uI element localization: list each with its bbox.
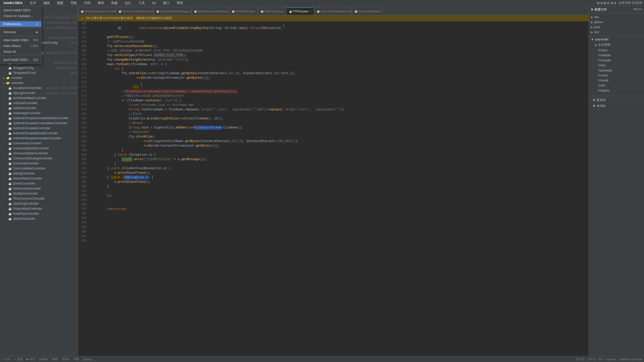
ln-206: 206	[78, 230, 89, 234]
bottom-git[interactable]: ⎇ Git	[2, 357, 10, 361]
right-item-compile[interactable]: ↻ compile	[589, 58, 644, 63]
bottom-spring[interactable]: Spring	[83, 358, 91, 361]
tree-item-delivermain[interactable]: ☕ DeliverMainController	[0, 176, 78, 181]
tree-item-device[interactable]: ☕ DeviceController	[0, 181, 78, 186]
menu-window[interactable]: 窗口	[162, 0, 171, 6]
menu-about[interactable]: About IntelliJ IDEA	[0, 7, 41, 13]
tree-item-community[interactable]: ☕ CommunityController	[0, 141, 78, 146]
tree-item-controller[interactable]: ▼ 📂 controller	[0, 80, 78, 85]
tree-item-community-strategy[interactable]: ☕ CommunityStrategyController	[0, 156, 78, 161]
menu-file[interactable]: 文件	[28, 0, 38, 6]
menu-app[interactable]: IntelliJ IDEA	[2, 0, 24, 6]
right-item-test[interactable]: ↻ test	[589, 63, 644, 68]
tree-item-archmodel[interactable]: ☕ ArchModelMapController	[0, 96, 78, 101]
menu-view[interactable]: 视图	[55, 0, 65, 6]
tree-item-dictmain[interactable]: ☕ DictMainController	[0, 191, 78, 196]
tab-multitputil[interactable]: ☕ MultiTpUtil.java	[258, 7, 286, 15]
menu-build[interactable]: 构建	[110, 0, 119, 6]
right-item-test[interactable]: ▶ test	[589, 30, 644, 35]
right-item-profiles[interactable]: ▶ 配置档	[591, 97, 642, 103]
menu-show-all[interactable]: Show All	[0, 49, 41, 55]
right-item-prod[interactable]: ▶ prod	[589, 25, 644, 30]
tree-item-swagger[interactable]: ☕ SwaggerConfig 2022/11/18, 11:54	[0, 65, 78, 70]
menu-quit[interactable]: Quit IntelliJ IDEA ⌘Q	[0, 57, 41, 63]
tree-item-acceptance[interactable]: ☕ AcceptanceController 2022/11/22, 11:52…	[0, 85, 78, 90]
right-item-dev[interactable]: ▶ dev	[589, 15, 644, 20]
bottom-build[interactable]: 构建	[52, 357, 58, 361]
menu-git[interactable]: Git	[150, 0, 158, 6]
tree-item-connlinkmain[interactable]: ☕ ConnLinkMainController	[0, 166, 78, 171]
right-item-install[interactable]: ↻ install	[589, 78, 644, 83]
tab-devicegenerateserviceimpl[interactable]: ☕ DeviceGenerateServiceImpl.java	[116, 7, 153, 15]
tree-meta-1: 2022/11/16, 16:30, 703 B	[49, 36, 77, 39]
menu-hide-idea[interactable]: Hide IntelliJ IDEA ⌘H	[0, 37, 41, 43]
tree-item-devicelink[interactable]: ☕ DeviceLinkController	[0, 186, 78, 191]
bottom-commit[interactable]: ✓ 提交	[14, 357, 23, 361]
bottom-profiler[interactable]: Profiler	[39, 358, 48, 361]
tree-item-projectmain[interactable]: ☕ ProjectMainController	[0, 206, 78, 211]
menu-preferences[interactable]: Preferences... ✕	[0, 21, 41, 27]
tree-item-community-main[interactable]: ☕ CommunityMainController	[0, 151, 78, 156]
bottom-problems[interactable]: 问题	[73, 357, 79, 361]
tree-item-auth-detail[interactable]: ☕ AuthorityTemplateDetailController	[0, 131, 78, 136]
tree-item-asmanage[interactable]: ☕ AsManageController	[0, 111, 78, 116]
menu-navigate[interactable]: 导航	[69, 0, 78, 6]
tree-item-rackplan[interactable]: ☕ RackPlanController	[0, 211, 78, 216]
tree-item-asdetail[interactable]: ☕ AsDetailController	[0, 101, 78, 106]
tab-close-ftputil[interactable]: ✕	[309, 10, 311, 13]
right-item-clean[interactable]: ↻ clean	[589, 48, 644, 53]
right-item-githow[interactable]: ▶ githow	[589, 20, 644, 25]
right-label-compile: compile	[600, 59, 611, 62]
tree-item-auth-var[interactable]: ☕ AuthorityTemplateVariableController	[0, 136, 78, 141]
right-item-deploy[interactable]: ↻ deploy	[589, 88, 644, 93]
menu-check-updates[interactable]: Check for Updates...	[0, 13, 41, 19]
bottom-todo[interactable]: TODO	[62, 358, 70, 361]
tab-inputdata[interactable]: ☕ InputDataForIpManage.java	[153, 7, 191, 15]
tree-item-asmain[interactable]: ☕ AsMainController	[0, 106, 78, 111]
tree-item-auth-content-main[interactable]: ☕ AuthorityTemplateContentMainController	[0, 121, 78, 126]
tree-item-auth-ctrl[interactable]: ☕ AuthorityTemplateController	[0, 126, 78, 131]
right-item-site[interactable]: ↻ site	[589, 83, 644, 88]
tree-item-apilog[interactable]: ☕ ApiLogController 2022/11/22, 11:52, 8.…	[0, 90, 78, 96]
tab-label-4: IDeviceGenerateService.java	[198, 10, 234, 13]
bottom-run[interactable]: ▶ 运行	[27, 357, 35, 361]
java-icon-ctrl-24: ☕	[8, 202, 12, 206]
editor-area: ☕ DeviceGenerateController.java ☕ Device…	[78, 6, 589, 362]
right-item-collapse[interactable]: ▶ 收缩组	[591, 103, 642, 109]
code-line-168: ftp.changeWorkingDirectory( pathname: "c…	[91, 58, 589, 62]
menu-refactor[interactable]: 重构	[96, 0, 106, 6]
java-icon-ctrl-8: ☕	[8, 121, 12, 125]
tree-item-constant[interactable]: ▶ 📁 constant	[0, 75, 78, 80]
tree-item-community-detail[interactable]: ☕ CommunityDetailController	[0, 146, 78, 151]
right-item-verify[interactable]: ↻ verify	[589, 73, 644, 78]
right-item-validate[interactable]: ↻ validate	[589, 53, 644, 58]
menu-code[interactable]: 代码	[83, 0, 92, 6]
right-item-lifecycle[interactable]: ▶ 生命周期	[589, 42, 644, 48]
tree-item-auth-content-detail[interactable]: ☕ AuthorityTemplateContentDetailControll…	[0, 116, 78, 121]
code-editor[interactable]: 160 161 162 163 164 165 166 167 168 169 …	[78, 21, 589, 362]
menu-help[interactable]: 帮助	[175, 0, 185, 6]
tree-item-templategit[interactable]: ☕ TemplateGitConf 393 B	[0, 70, 78, 75]
tab-ftputil[interactable]: ☕ FTPUtil.java ✕	[286, 7, 314, 15]
tree-item-flowcommon[interactable]: ☕ FlowCommonController	[0, 196, 78, 201]
tree-item-connlink[interactable]: ☕ ConnLinkController	[0, 161, 78, 166]
tab-idevice[interactable]: ☕ IDeviceGenerateService.java	[191, 7, 229, 15]
tab-syncdata[interactable]: ☕ SyncDataUtil.java	[352, 7, 383, 15]
tab-ipamv2api[interactable]: ☕ IPAMv2Api.java	[229, 7, 258, 15]
tree-item-opertlog[interactable]: ☕ OpertLogController	[0, 201, 78, 206]
code-content[interactable]: @2 public boolean uploadFileByStringMap(…	[91, 21, 589, 362]
menu-tools[interactable]: 工具	[137, 0, 146, 6]
right-item-package[interactable]: ↻ package	[589, 68, 644, 73]
menu-services[interactable]: Services ▶	[0, 29, 41, 35]
code-line-176: //判断是否json结尾 如果是则需要hash文件	[91, 94, 589, 98]
tree-item-zipinfo[interactable]: ☕ ZipInfoController	[0, 216, 78, 221]
right-item-nasbuild[interactable]: ▼ nas-build	[589, 37, 644, 42]
menu-hide-others[interactable]: Hide Others ⌥⌘H	[0, 43, 41, 49]
tree-item-debug[interactable]: ☕ DebugController	[0, 171, 78, 176]
tab-devicegeneratecontroller[interactable]: ☕ DeviceGenerateController.java	[78, 7, 116, 15]
tab-authority[interactable]: ☕ AuthorityTemplateGenerateServiceImpl.j…	[314, 7, 352, 15]
ln-191: 191	[78, 162, 89, 166]
menu-edit[interactable]: 编辑	[42, 0, 51, 6]
commit-icon: ✓	[14, 357, 16, 361]
menu-run[interactable]: 运行	[123, 0, 133, 6]
